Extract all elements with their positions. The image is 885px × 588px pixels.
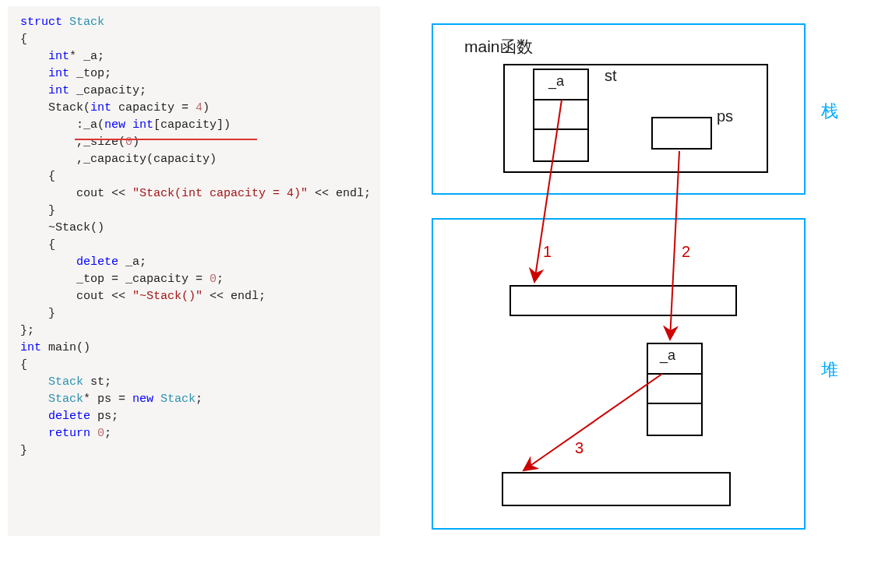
memory-diagram: 栈 main函数 _a st ps 堆 _a bbox=[400, 16, 885, 576]
code-line: return 0; bbox=[20, 425, 368, 442]
code-line: delete ps; bbox=[20, 408, 368, 425]
code-line: cout << "~Stack()" << endl; bbox=[20, 288, 368, 305]
ps-box bbox=[651, 117, 712, 150]
code-line: int _top; bbox=[20, 65, 368, 83]
code-line: { bbox=[20, 357, 368, 374]
code-line: int main() bbox=[20, 340, 368, 357]
heap-block-2 bbox=[502, 472, 731, 506]
code-line: { bbox=[20, 237, 368, 254]
main-fn-label: main函数 bbox=[464, 36, 533, 58]
code-line: } bbox=[20, 305, 368, 322]
arrow-3-label: 3 bbox=[575, 439, 584, 457]
code-line: Stack* ps = new Stack; bbox=[20, 391, 368, 408]
code-panel: struct Stack{ int* _a; int _top; int _ca… bbox=[8, 6, 380, 536]
st-label: st bbox=[605, 67, 617, 85]
heap-region-label: 堆 bbox=[821, 358, 838, 382]
stack-region-label: 栈 bbox=[821, 100, 838, 123]
red-underline bbox=[75, 139, 257, 140]
code-line: }; bbox=[20, 322, 368, 340]
code-line: delete _a; bbox=[20, 254, 368, 271]
code-line: int* _a; bbox=[20, 48, 368, 65]
code-line: } bbox=[20, 442, 368, 459]
code-line: Stack st; bbox=[20, 374, 368, 391]
ps-label: ps bbox=[717, 107, 733, 125]
code-line: cout << "Stack(int capacity = 4)" << end… bbox=[20, 185, 368, 202]
code-line: int _capacity; bbox=[20, 83, 368, 100]
arrow-1-label: 1 bbox=[543, 243, 552, 261]
code-line: { bbox=[20, 31, 368, 48]
arrow-2-label: 2 bbox=[682, 243, 690, 261]
code-line: { bbox=[20, 168, 368, 185]
a-label-st: _a bbox=[548, 73, 564, 90]
code-line: ~Stack() bbox=[20, 220, 368, 237]
code-line: :_a(new int[capacity]) bbox=[20, 117, 368, 134]
code-line: } bbox=[20, 202, 368, 220]
heap-block-1 bbox=[509, 285, 737, 316]
code-line: ,_capacity(capacity) bbox=[20, 151, 368, 168]
code-line: _top = _capacity = 0; bbox=[20, 271, 368, 288]
code-line: struct Stack bbox=[20, 14, 368, 31]
code-line: Stack(int capacity = 4) bbox=[20, 100, 368, 117]
code-line: ,_size(0) bbox=[20, 134, 368, 151]
a-label-heap: _a bbox=[660, 347, 675, 364]
